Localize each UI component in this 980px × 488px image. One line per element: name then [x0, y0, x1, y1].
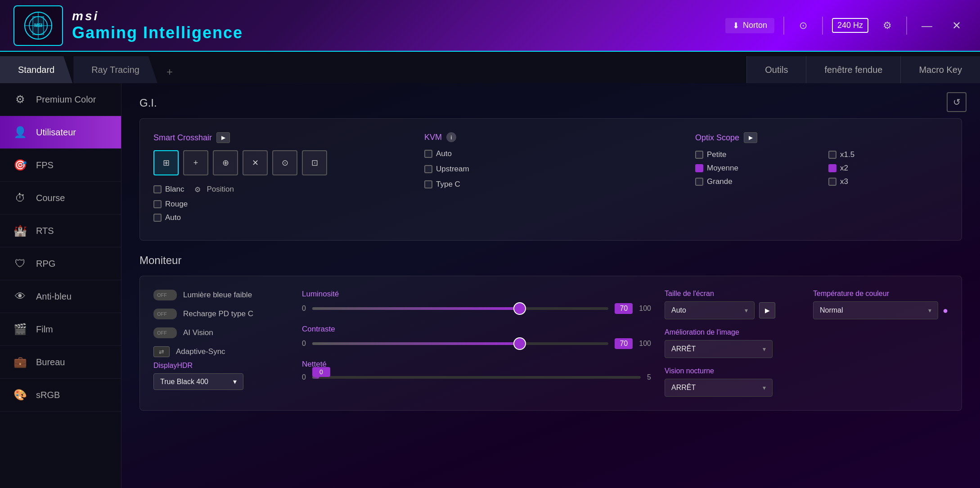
kvm-info-icon[interactable]: i — [446, 132, 456, 142]
color-auto[interactable]: Auto — [153, 213, 181, 222]
refresh-button[interactable]: ↺ — [947, 92, 967, 112]
color-rouge[interactable]: Rouge — [153, 200, 188, 209]
msi-brand-label: msi — [72, 9, 243, 23]
color-auto-checkbox[interactable] — [153, 214, 162, 222]
settings-circle-button[interactable]: ⊙ — [793, 16, 813, 36]
ai-vision-toggle[interactable] — [153, 327, 177, 338]
kvm-typec-checkbox[interactable] — [424, 180, 432, 188]
vision-nocturne-dropdown[interactable]: ARRÊT ▾ — [665, 379, 773, 397]
optix-petite[interactable]: Petite — [695, 150, 815, 159]
sidebar-item-rts[interactable]: 🏰 RTS — [0, 215, 121, 247]
film-icon: 🎬 — [13, 323, 27, 336]
taille-ecran-field-row: Auto ▾ ▶ — [665, 301, 800, 319]
lumiere-bleue-toggle[interactable] — [153, 290, 177, 300]
sidebar-item-utilisateur[interactable]: 👤 Utilisateur — [0, 116, 121, 149]
screen-settings-col: Taille de l'écran Auto ▾ ▶ Améli — [665, 290, 800, 397]
monitor-panel: Lumière bleue faible Recharge PD type C … — [139, 276, 962, 411]
contraste-label: Contraste — [302, 325, 651, 334]
gi-panel: Smart Crosshair ▶ ⊞ + ⊕ ✕ ⊙ ⊡ — [139, 118, 962, 241]
kvm-auto-checkbox[interactable] — [424, 150, 432, 158]
right-tabs: Outils fenêtre fendue Macro Key — [746, 56, 980, 83]
optix-moyenne-checkbox[interactable] — [695, 164, 703, 172]
sidebar-item-course[interactable]: ⏱ Course — [0, 182, 121, 215]
optix-x3[interactable]: x3 — [828, 177, 948, 186]
optix-grande[interactable]: Grande — [695, 177, 815, 186]
sidebar-item-rpg[interactable]: 🛡 RPG — [0, 247, 121, 280]
displayhdr-dropdown[interactable]: True Black 400 ▾ — [153, 373, 243, 390]
color-blanc-checkbox[interactable] — [153, 185, 162, 193]
optix-x2[interactable]: x2 — [828, 164, 948, 173]
luminosite-slider[interactable] — [312, 307, 608, 310]
optix-x15[interactable]: x1.5 — [828, 150, 948, 159]
amelioration-image-dropdown[interactable]: ARRÊT ▾ — [665, 340, 773, 358]
color-blanc[interactable]: Blanc — [153, 185, 184, 194]
rts-icon: 🏰 — [13, 224, 27, 237]
sidebar-item-bureau[interactable]: 💼 Bureau — [0, 346, 121, 379]
taille-ecran-play-button[interactable]: ▶ — [759, 302, 775, 318]
vision-nocturne-label: Vision nocturne — [665, 367, 800, 375]
vision-nocturne-arrow-icon: ▾ — [763, 384, 766, 391]
taille-ecran-dropdown[interactable]: Auto ▾ — [665, 301, 755, 319]
crosshair-icon-2[interactable]: ⊕ — [213, 150, 238, 175]
kvm-auto[interactable]: Auto — [424, 149, 677, 158]
crosshair-icon-4[interactable]: ⊙ — [272, 150, 297, 175]
crosshair-icon-5[interactable]: ⊡ — [302, 150, 327, 175]
contraste-slider-row: 0 70 100 — [302, 338, 651, 349]
optix-x2-checkbox[interactable] — [828, 164, 836, 172]
add-tab-button[interactable]: + — [158, 61, 181, 83]
header-divider-2 — [822, 17, 823, 35]
premium-color-icon: ⚙ — [13, 93, 27, 106]
crosshair-icon-0[interactable]: ⊞ — [153, 150, 179, 175]
close-button[interactable]: ✕ — [947, 18, 967, 34]
logo-area: MSI msi Gaming Intelligence — [13, 5, 243, 46]
sidebar-item-film[interactable]: 🎬 Film — [0, 313, 121, 346]
minimize-button[interactable]: — — [916, 18, 938, 34]
kvm-label: KVM i — [424, 132, 677, 142]
norton-label: Norton — [743, 21, 767, 30]
temperature-dot-indicator: ● — [943, 305, 948, 316]
recharge-pd-toggle[interactable] — [153, 309, 177, 319]
nettete-slider[interactable]: 0 — [312, 376, 641, 379]
amelioration-arrow-icon: ▾ — [763, 345, 766, 353]
contraste-group: Contraste 0 70 100 — [302, 325, 651, 349]
sidebar-item-srgb[interactable]: 🎨 sRGB — [0, 379, 121, 412]
header-controls: ⬇ Norton ⊙ 240 Hz ⚙ — ✕ — [725, 16, 967, 36]
optix-x3-checkbox[interactable] — [828, 178, 836, 186]
app-logo-icon: MSI — [13, 5, 63, 46]
tab-standard[interactable]: Standard — [0, 56, 72, 83]
logo-text: msi Gaming Intelligence — [72, 9, 243, 42]
adaptive-sync-toggle[interactable]: ⇄ — [153, 346, 170, 357]
tab-macro-key[interactable]: Macro Key — [900, 56, 980, 83]
color-auto-row: Auto — [153, 213, 406, 222]
optix-x15-checkbox[interactable] — [828, 151, 836, 159]
crosshair-icon-3[interactable]: ✕ — [243, 150, 268, 175]
kvm-upstream[interactable]: Upstream — [424, 165, 677, 174]
kvm-typec[interactable]: Type C — [424, 180, 677, 189]
smart-crosshair-label: Smart Crosshair ▶ — [153, 132, 406, 143]
contraste-slider[interactable] — [312, 342, 608, 345]
tab-ray-tracing[interactable]: Ray Tracing — [73, 56, 157, 83]
gear-icon[interactable]: ⚙ — [877, 16, 897, 36]
kvm-upstream-checkbox[interactable] — [424, 165, 432, 173]
position-button[interactable]: ⚙ Position — [192, 184, 234, 195]
tab-fenetre-fendue[interactable]: fenêtre fendue — [806, 56, 900, 83]
tab-outils[interactable]: Outils — [746, 56, 806, 83]
temperature-couleur-dropdown[interactable]: Normal ▾ — [813, 301, 938, 319]
color-rouge-checkbox[interactable] — [153, 200, 162, 208]
optix-moyenne[interactable]: Moyenne — [695, 164, 815, 173]
optix-scope-play-button[interactable]: ▶ — [744, 132, 757, 143]
optix-petite-checkbox[interactable] — [695, 151, 703, 159]
sidebar-item-premium-color[interactable]: ⚙ Premium Color — [0, 83, 121, 116]
optix-grande-checkbox[interactable] — [695, 178, 703, 186]
smart-crosshair-play-button[interactable]: ▶ — [216, 132, 230, 143]
nettete-value-inline: 0 — [312, 367, 330, 377]
sidebar-item-anti-bleu[interactable]: 👁 Anti-bleu — [0, 280, 121, 313]
sidebar-item-fps[interactable]: 🎯 FPS — [0, 149, 121, 182]
smart-crosshair-section: Smart Crosshair ▶ ⊞ + ⊕ ✕ ⊙ ⊡ — [153, 132, 406, 227]
crosshair-icon-1[interactable]: + — [183, 150, 208, 175]
norton-button[interactable]: ⬇ Norton — [725, 18, 774, 33]
gi-section-title: G.I. — [139, 97, 962, 109]
luminosite-value: 70 — [615, 303, 633, 314]
crosshair-color-row: Blanc ⚙ Position — [153, 184, 406, 195]
sliders-col: Luminosité 0 70 100 Con — [302, 290, 651, 397]
